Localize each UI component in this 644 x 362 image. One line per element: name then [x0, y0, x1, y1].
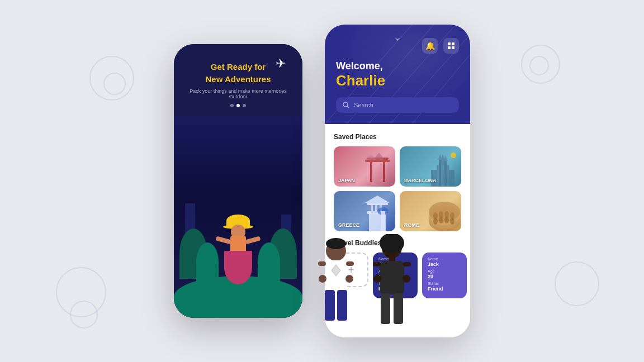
svg-rect-10 — [452, 42, 454, 45]
woman-figure — [216, 215, 261, 287]
svg-point-47 — [433, 218, 438, 225]
jack-age-value: 20 — [428, 274, 461, 279]
svg-rect-58 — [337, 290, 347, 321]
svg-rect-28 — [449, 170, 454, 187]
search-placeholder: Search — [354, 102, 373, 108]
svg-marker-25 — [438, 154, 442, 160]
svg-rect-32 — [371, 204, 373, 213]
svg-marker-36 — [365, 196, 390, 203]
buddy-card-jack[interactable]: Name Jack Age 20 Status Friend — [422, 253, 467, 298]
place-card-japan[interactable]: JAPAN — [334, 146, 395, 187]
woman-skirt — [224, 251, 252, 284]
jack-name-value: Jack — [428, 261, 461, 267]
jack-status-label: Status — [428, 282, 461, 285]
jack-status-value: Friend — [428, 286, 461, 292]
svg-rect-68 — [394, 293, 403, 324]
svg-point-70 — [402, 275, 410, 283]
svg-rect-12 — [452, 46, 454, 49]
user-name: Charlie — [336, 72, 459, 89]
plane-icon: ✈ — [276, 56, 286, 71]
svg-rect-38 — [381, 211, 385, 231]
svg-rect-17 — [370, 162, 372, 182]
jack-character — [370, 234, 414, 326]
woman-arm-right — [244, 236, 261, 245]
svg-point-48 — [439, 217, 443, 223]
svg-rect-21 — [437, 165, 449, 187]
svg-marker-20 — [365, 154, 376, 160]
dot-3[interactable] — [243, 104, 246, 107]
svg-point-69 — [373, 275, 381, 283]
rome-illustration — [423, 193, 461, 231]
svg-rect-35 — [367, 203, 388, 205]
svg-rect-55 — [318, 261, 326, 266]
japan-illustration — [362, 150, 393, 184]
header-icons-row: 🔔 — [336, 38, 459, 54]
svg-rect-24 — [444, 161, 447, 187]
svg-rect-18 — [383, 162, 385, 182]
svg-rect-65 — [373, 262, 381, 266]
left-phone-subtitle: Pack your things and make more memories … — [185, 88, 291, 99]
search-bar[interactable]: Search — [336, 97, 459, 113]
grid-icon — [447, 42, 455, 50]
bell-icon: 🔔 — [425, 41, 435, 50]
svg-rect-66 — [403, 262, 411, 266]
greece-illustration — [361, 193, 394, 231]
svg-point-50 — [450, 218, 454, 225]
bird-icon — [394, 38, 401, 44]
carousel-dots — [185, 104, 291, 107]
svg-point-52 — [326, 238, 346, 249]
left-phone: ✈ Get Ready for New Adventures Pack your… — [174, 44, 302, 318]
right-phone-header: 🔔 Welcome, Charlie Searc — [325, 25, 470, 124]
header-line2: New Adventures — [206, 74, 271, 84]
dot-1[interactable] — [230, 104, 234, 107]
svg-point-60 — [345, 275, 353, 283]
svg-point-13 — [343, 102, 348, 107]
svg-rect-11 — [448, 46, 451, 49]
svg-rect-63 — [389, 255, 395, 261]
place-card-rome[interactable]: ROME — [400, 191, 461, 231]
jack-name-label: Name — [428, 257, 461, 261]
dot-2[interactable] — [236, 104, 240, 107]
saved-places-title: Saved Places — [334, 133, 461, 141]
svg-rect-9 — [448, 42, 451, 45]
place-card-barcelona[interactable]: BARCELONA — [400, 146, 461, 187]
svg-rect-33 — [375, 204, 377, 213]
left-phone-illustration — [174, 116, 302, 318]
rome-label: ROME — [404, 222, 419, 228]
header-line1: Get Ready for — [211, 62, 266, 72]
search-icon — [343, 102, 349, 108]
barcelona-label: BARCELONA — [404, 178, 437, 183]
japan-label: JAPAN — [338, 178, 355, 183]
phones-container: ✈ Get Ready for New Adventures Pack your… — [174, 25, 470, 337]
svg-line-14 — [347, 106, 349, 108]
svg-rect-56 — [346, 261, 354, 266]
ashok-character — [314, 237, 358, 326]
svg-point-29 — [451, 153, 456, 158]
notification-button[interactable]: 🔔 — [422, 38, 438, 54]
left-phone-header: ✈ Get Ready for New Adventures Pack your… — [174, 44, 302, 116]
svg-rect-15 — [365, 160, 390, 162]
place-card-greece[interactable]: GREECE — [334, 191, 395, 231]
grid-button[interactable] — [443, 38, 459, 54]
tree-mid-left — [196, 242, 219, 282]
svg-rect-23 — [439, 160, 441, 187]
welcome-text: Welcome, — [336, 60, 459, 72]
greece-label: GREECE — [338, 222, 359, 228]
svg-point-59 — [319, 275, 326, 283]
svg-rect-57 — [325, 290, 335, 321]
svg-rect-64 — [380, 261, 404, 294]
tree-mid-right — [258, 242, 280, 282]
svg-point-42 — [429, 202, 460, 222]
svg-rect-67 — [381, 293, 390, 324]
places-grid: JAPAN — [334, 146, 461, 231]
jack-age-label: Age — [428, 269, 461, 273]
woman-arm-left — [215, 236, 231, 245]
svg-point-49 — [444, 217, 449, 223]
